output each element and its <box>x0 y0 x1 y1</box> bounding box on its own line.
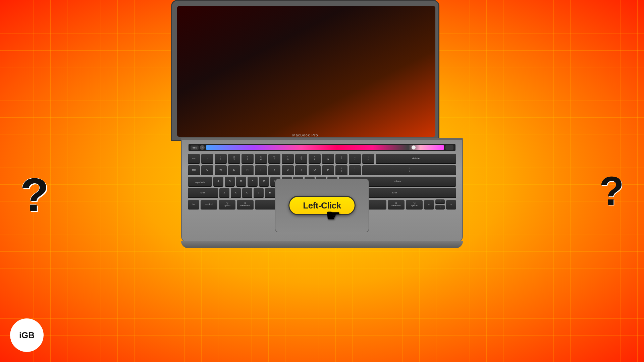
key-r[interactable]: R <box>241 165 254 175</box>
key-5[interactable]: %5 <box>268 154 280 164</box>
key-backslash[interactable]: |\ <box>362 165 456 175</box>
key-command-left[interactable]: ⌘command <box>237 200 254 209</box>
key-equals[interactable]: += <box>362 154 374 164</box>
key-d[interactable]: D <box>236 177 246 187</box>
macbook-brand-label: MacBook Pro <box>292 133 318 137</box>
background: MacBook Pro esc ✕ esc ~` !1 <box>0 0 644 362</box>
key-f[interactable]: F <box>248 177 258 187</box>
key-tab[interactable]: tab <box>188 165 200 175</box>
key-6[interactable]: ^6 <box>282 154 294 164</box>
screen-display <box>177 6 435 137</box>
key-arrow-up[interactable]: ↑ <box>435 199 445 204</box>
arrow-up-down-group: ↑ ↓ <box>435 199 445 209</box>
key-tilde[interactable]: ~` <box>201 154 213 164</box>
key-option-left[interactable]: ⌥option <box>219 200 235 209</box>
key-y[interactable]: Y <box>268 165 280 175</box>
key-esc[interactable]: esc <box>188 154 200 164</box>
igb-logo: iGB <box>10 318 44 352</box>
key-t[interactable]: T <box>255 165 267 175</box>
keyboard-row-qwerty: tab Q W E R T Y U I O P {[ }] |\ <box>188 165 456 175</box>
key-arrow-right[interactable]: → <box>446 200 456 209</box>
key-bracket-right[interactable]: }] <box>349 165 361 175</box>
key-fn[interactable]: fn <box>188 200 199 209</box>
laptop-screen-inner <box>177 6 435 137</box>
touchbar-esc: esc <box>191 145 199 150</box>
key-command-right[interactable]: ⌘command <box>388 200 405 209</box>
key-x[interactable]: X <box>231 188 241 198</box>
key-bracket-left[interactable]: {[ <box>335 165 347 175</box>
key-9[interactable]: (9 <box>322 154 334 164</box>
cursor-hand-icon: ☛ <box>326 206 341 225</box>
trackpad[interactable]: Left-Click ☛ <box>275 179 369 232</box>
key-p[interactable]: P <box>322 165 334 175</box>
key-q[interactable]: Q <box>201 165 213 175</box>
key-shift-left[interactable]: shift <box>188 188 218 198</box>
touchbar-close-btn: ✕ <box>200 145 205 150</box>
touchbar-colorbar <box>206 145 444 150</box>
key-7[interactable]: &7 <box>295 154 307 164</box>
key-2[interactable]: @2 <box>228 154 240 164</box>
key-o[interactable]: O <box>309 165 321 175</box>
key-v[interactable]: V <box>254 188 264 198</box>
laptop-base: esc ✕ esc ~` !1 @2 #3 $4 %5 ^6 <box>181 139 463 243</box>
key-arrow-left[interactable]: ← <box>424 200 434 209</box>
key-u[interactable]: U <box>282 165 294 175</box>
keyboard-row-numbers: esc ~` !1 @2 #3 $4 %5 ^6 &7 *8 (9 )0 _- … <box>188 154 456 164</box>
key-e[interactable]: E <box>228 165 240 175</box>
laptop-bottom-lip <box>181 241 463 248</box>
key-4[interactable]: $4 <box>255 154 267 164</box>
key-minus[interactable]: _- <box>349 154 361 164</box>
key-option-right[interactable]: ⌥option <box>406 200 423 209</box>
left-click-button[interactable]: Left-Click <box>288 196 356 215</box>
laptop-screen-outer: MacBook Pro <box>171 0 439 141</box>
key-b[interactable]: B <box>265 188 275 198</box>
key-8[interactable]: *8 <box>309 154 321 164</box>
macbook: MacBook Pro esc ✕ esc ~` !1 <box>171 0 473 362</box>
key-c[interactable]: C <box>242 188 252 198</box>
touchbar-slider-thumb <box>412 145 416 149</box>
question-mark-right: ? <box>599 168 624 214</box>
key-control[interactable]: control <box>201 200 217 209</box>
key-z[interactable]: Z <box>219 188 229 198</box>
key-0[interactable]: )0 <box>335 154 347 164</box>
key-g[interactable]: G <box>259 177 269 187</box>
question-mark-left: ? <box>20 168 49 222</box>
key-arrow-down[interactable]: ↓ <box>435 205 445 209</box>
touchbar: esc ✕ <box>189 144 455 151</box>
key-1[interactable]: !1 <box>215 154 227 164</box>
key-a[interactable]: A <box>213 177 223 187</box>
key-3[interactable]: #3 <box>241 154 254 164</box>
key-i[interactable]: I <box>295 165 307 175</box>
touchbar-power <box>445 145 453 150</box>
key-delete[interactable]: delete <box>376 154 456 164</box>
key-w[interactable]: W <box>215 165 227 175</box>
key-s[interactable]: S <box>225 177 235 187</box>
key-capslock[interactable]: ·caps lock <box>188 177 212 187</box>
